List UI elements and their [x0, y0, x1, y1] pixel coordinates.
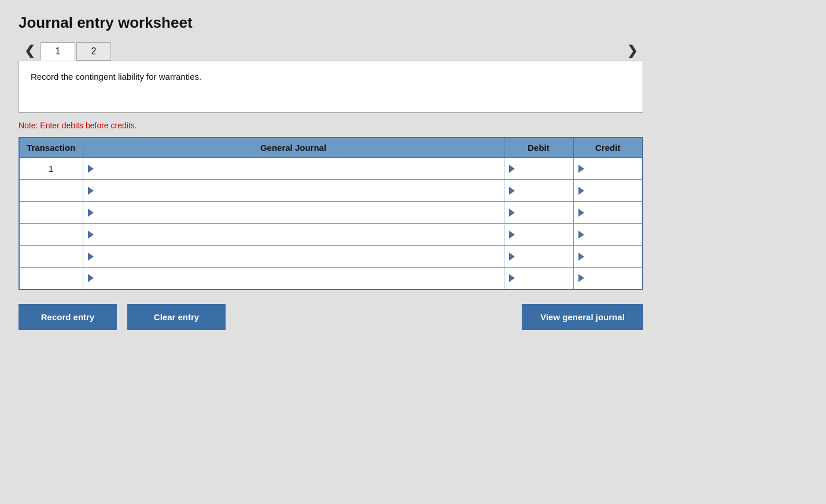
dropdown-arrow-icon — [578, 187, 584, 195]
table-row — [19, 246, 643, 268]
dropdown-arrow-icon — [88, 209, 94, 217]
dropdown-arrow-icon — [578, 231, 584, 239]
table-row — [19, 202, 643, 224]
cell-general-journal-3[interactable] — [83, 224, 504, 246]
tab-1[interactable]: 1 — [40, 42, 75, 61]
cell-credit-2[interactable] — [573, 202, 643, 224]
next-tab-button[interactable]: ❯ — [621, 41, 643, 61]
dropdown-arrow-icon — [88, 231, 94, 239]
clear-entry-button[interactable]: Clear entry — [127, 304, 226, 330]
cell-debit-4[interactable] — [504, 246, 573, 268]
record-entry-button[interactable]: Record entry — [19, 304, 117, 330]
cell-general-journal-5[interactable] — [83, 268, 504, 290]
dropdown-arrow-icon — [509, 253, 515, 261]
tab-2[interactable]: 2 — [76, 42, 111, 61]
dropdown-arrow-icon — [88, 187, 94, 195]
prev-tab-button[interactable]: ❮ — [19, 41, 40, 61]
cell-debit-5[interactable] — [504, 268, 573, 290]
instruction-box: Record the contingent liability for warr… — [19, 61, 643, 113]
header-general-journal: General Journal — [83, 138, 504, 158]
dropdown-arrow-icon — [88, 274, 94, 282]
dropdown-arrow-icon — [578, 253, 584, 261]
cell-transaction-2 — [19, 202, 83, 224]
dropdown-arrow-icon — [509, 274, 515, 282]
cell-transaction-4 — [19, 246, 83, 268]
cell-general-journal-1[interactable] — [83, 180, 504, 202]
dropdown-arrow-icon — [509, 209, 515, 217]
cell-transaction-3 — [19, 224, 83, 246]
table-row: 1 — [19, 158, 643, 180]
note-text: Note: Enter debits before credits. — [19, 121, 643, 130]
dropdown-arrow-icon — [88, 165, 94, 173]
cell-general-journal-2[interactable] — [83, 202, 504, 224]
cell-transaction-0: 1 — [19, 158, 83, 180]
cell-transaction-1 — [19, 180, 83, 202]
tabs-navigation: ❮ 1 2 ❯ — [19, 41, 643, 61]
buttons-row: Record entry Clear entry View general jo… — [19, 304, 643, 330]
table-row — [19, 180, 643, 202]
cell-debit-0[interactable] — [504, 158, 573, 180]
cell-debit-3[interactable] — [504, 224, 573, 246]
instruction-text: Record the contingent liability for warr… — [31, 72, 201, 81]
dropdown-arrow-icon — [578, 209, 584, 217]
cell-general-journal-0[interactable] — [83, 158, 504, 180]
cell-credit-5[interactable] — [573, 268, 643, 290]
header-debit: Debit — [504, 138, 573, 158]
cell-transaction-5 — [19, 268, 83, 290]
dropdown-arrow-icon — [509, 231, 515, 239]
dropdown-arrow-icon — [509, 165, 515, 173]
cell-debit-1[interactable] — [504, 180, 573, 202]
cell-credit-4[interactable] — [573, 246, 643, 268]
cell-debit-2[interactable] — [504, 202, 573, 224]
page-title: Journal entry worksheet — [19, 14, 643, 32]
dropdown-arrow-icon — [578, 165, 584, 173]
cell-credit-1[interactable] — [573, 180, 643, 202]
dropdown-arrow-icon — [509, 187, 515, 195]
cell-credit-0[interactable] — [573, 158, 643, 180]
journal-table: Transaction General Journal Debit Credit… — [19, 137, 643, 290]
dropdown-arrow-icon — [578, 274, 584, 282]
cell-credit-3[interactable] — [573, 224, 643, 246]
dropdown-arrow-icon — [88, 253, 94, 261]
table-row — [19, 268, 643, 290]
header-transaction: Transaction — [19, 138, 83, 158]
header-credit: Credit — [573, 138, 643, 158]
table-row — [19, 224, 643, 246]
view-general-journal-button[interactable]: View general journal — [522, 304, 643, 330]
cell-general-journal-4[interactable] — [83, 246, 504, 268]
